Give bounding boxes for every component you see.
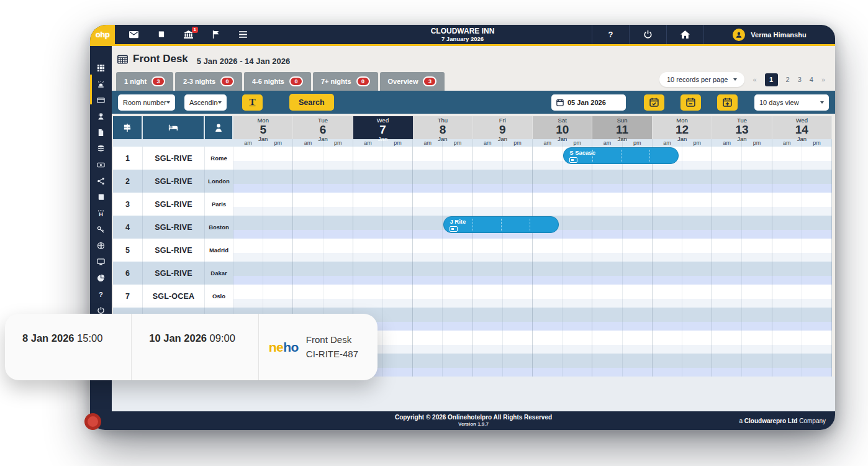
grid-cell[interactable] (563, 308, 592, 331)
grid-cell[interactable] (323, 285, 353, 308)
grid-cell[interactable] (623, 354, 653, 377)
grid-cell[interactable] (533, 193, 563, 216)
grid-cell[interactable] (503, 170, 533, 193)
page-link[interactable]: » (821, 76, 825, 83)
grid-cell[interactable] (563, 331, 592, 354)
grid-cell[interactable] (592, 262, 622, 285)
grid-cell[interactable] (503, 147, 533, 170)
grid-cell[interactable] (772, 285, 802, 308)
grid-cell[interactable] (772, 331, 802, 354)
grid-cell[interactable] (653, 308, 682, 331)
grid-cell[interactable] (682, 262, 712, 285)
grid-cell[interactable] (293, 193, 323, 216)
grid-cell[interactable] (653, 354, 682, 377)
book-icon[interactable] (156, 30, 166, 39)
grid-cell[interactable] (383, 308, 413, 331)
grid-cell[interactable] (772, 262, 802, 285)
grid-cell[interactable] (473, 262, 503, 285)
text-format-button[interactable]: T (242, 94, 263, 111)
grid-cell[interactable] (533, 331, 563, 354)
grid-cell[interactable] (653, 331, 682, 354)
grid-cell[interactable] (563, 262, 592, 285)
grid-cell[interactable] (772, 354, 802, 377)
reservation-bar[interactable]: J Rite (443, 216, 559, 233)
calendar-check-button[interactable] (644, 94, 664, 111)
grid-cell[interactable] (353, 147, 383, 170)
grid-cell[interactable] (503, 193, 533, 216)
sidebar-item-document[interactable] (90, 124, 112, 140)
sidebar-item-book[interactable] (90, 189, 112, 205)
grid-cell[interactable] (233, 262, 263, 285)
page-link[interactable]: « (753, 76, 756, 83)
flag-icon[interactable] (210, 30, 221, 39)
grid-cell[interactable] (563, 239, 592, 262)
calendar-minus-button[interactable] (680, 94, 701, 111)
grid-cell[interactable] (263, 285, 293, 308)
grid-cell[interactable] (712, 239, 742, 262)
grid-cell[interactable] (323, 147, 353, 170)
page-current[interactable]: 1 (765, 73, 778, 86)
grid-cell[interactable] (802, 193, 832, 216)
grid-cell[interactable] (503, 285, 533, 308)
grid-cell[interactable] (772, 170, 802, 193)
grid-cell[interactable] (592, 308, 622, 331)
grid-cell[interactable] (293, 170, 323, 193)
sidebar-item-support[interactable] (90, 108, 112, 124)
grid-cell[interactable] (682, 193, 712, 216)
grid-cell[interactable] (353, 193, 383, 216)
sidebar-item-hotel[interactable]: H (90, 205, 112, 221)
grid-cell[interactable] (772, 216, 802, 239)
grid-cell[interactable] (383, 147, 413, 170)
grid-cell[interactable] (263, 239, 293, 262)
grid-cell[interactable] (682, 170, 712, 193)
user-menu[interactable]: Verma Himanshu (703, 25, 835, 44)
grid-cell[interactable] (233, 170, 263, 193)
grid-cell[interactable] (742, 285, 772, 308)
grid-cell[interactable] (263, 147, 293, 170)
envelope-icon[interactable] (129, 30, 139, 39)
grid-cell[interactable] (742, 147, 772, 170)
grid-cell[interactable] (592, 170, 622, 193)
grid-cell[interactable] (233, 239, 263, 262)
grid-cell[interactable] (443, 285, 472, 308)
grid-cell[interactable] (802, 147, 832, 170)
sidebar-item-monitor[interactable] (90, 254, 112, 270)
calendar-plus-button[interactable] (717, 94, 738, 111)
grid-cell[interactable] (353, 285, 383, 308)
sidebar-item-pie-chart[interactable] (90, 270, 112, 286)
grid-cell[interactable] (563, 285, 592, 308)
grid-cell[interactable] (383, 354, 413, 377)
grid-cell[interactable] (473, 239, 503, 262)
grid-cell[interactable] (443, 193, 472, 216)
grid-cell[interactable] (772, 308, 802, 331)
grid-cell[interactable] (533, 239, 563, 262)
grid-cell[interactable] (742, 354, 772, 377)
grid-cell[interactable] (802, 239, 832, 262)
grid-cell[interactable] (682, 308, 712, 331)
grid-cell[interactable] (233, 193, 263, 216)
bank-icon[interactable]: 1 (183, 30, 194, 39)
view-mode-select[interactable]: 10 days view (754, 94, 829, 111)
grid-cell[interactable] (413, 147, 443, 170)
grid-cell[interactable] (383, 239, 413, 262)
grid-cell[interactable] (623, 285, 653, 308)
grid-cell[interactable] (742, 170, 772, 193)
grid-cell[interactable] (413, 170, 443, 193)
grid-cell[interactable] (473, 331, 503, 354)
records-per-page-select[interactable]: 10 records per page (659, 72, 744, 87)
grid-cell[interactable] (323, 170, 353, 193)
grid-cell[interactable] (413, 285, 443, 308)
grid-cell[interactable] (772, 193, 802, 216)
sidebar-item-key[interactable] (90, 221, 112, 237)
grid-cell[interactable] (742, 262, 772, 285)
sidebar-item-grid[interactable] (90, 60, 112, 76)
tab-1-night[interactable]: 1 night3 (116, 72, 173, 91)
sidebar-item-question[interactable]: ? (90, 286, 112, 302)
menu-icon[interactable] (238, 30, 248, 39)
grid-cell[interactable] (623, 308, 653, 331)
sort-order-select[interactable]: Ascending (184, 94, 227, 111)
grid-cell[interactable] (383, 193, 413, 216)
grid-cell[interactable] (742, 308, 772, 331)
grid-cell[interactable] (353, 262, 383, 285)
grid-cell[interactable] (503, 331, 533, 354)
